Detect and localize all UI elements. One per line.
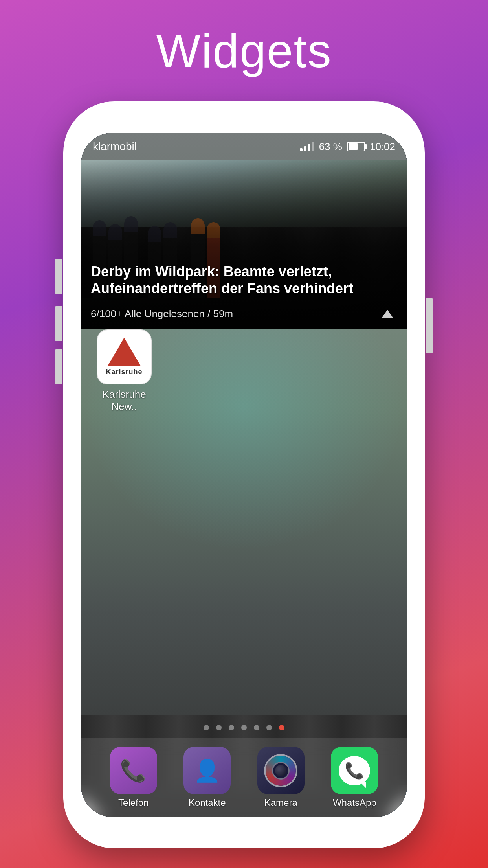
dock-item-telefon[interactable]: 📞 Telefon	[110, 747, 157, 808]
page-dot-2[interactable]	[216, 725, 222, 730]
karlsruhe-news-label: Karlsruhe New..	[93, 388, 156, 413]
dock-item-whatsapp[interactable]: 📞 WhatsApp	[331, 747, 378, 808]
dock: 📞 Telefon 👤 Kontakte	[81, 738, 407, 817]
page-dot-1[interactable]	[204, 725, 209, 730]
list-item[interactable]: Karlsruhe Karlsruhe New..	[93, 329, 156, 413]
dock-item-kamera[interactable]: Kamera	[257, 747, 305, 808]
news-headline: Derby im Wildpark: Beamte verletzt, Aufe…	[91, 263, 397, 297]
dock-item-kontakte[interactable]: 👤 Kontakte	[183, 747, 231, 808]
karlsruhe-triangle-icon	[108, 338, 141, 366]
contacts-app-icon[interactable]: 👤	[183, 747, 231, 794]
phone-icon: 📞	[120, 758, 147, 783]
news-image: Derby im Wildpark: Beamte verletzt, Aufe…	[81, 160, 407, 329]
camera-app-icon[interactable]	[257, 747, 305, 794]
page-background: Widgets klarmobil 63 %	[63, 0, 425, 848]
contacts-icon: 👤	[194, 758, 221, 783]
carrier-label: klarmobil	[93, 140, 137, 153]
news-expand-button[interactable]	[378, 304, 397, 324]
whatsapp-app-icon[interactable]: 📞	[331, 747, 378, 794]
battery-fill	[349, 143, 358, 150]
chevron-up-icon	[382, 310, 393, 318]
news-meta: 6/100+ Alle Ungelesenen / 59m	[91, 308, 233, 320]
page-title: Widgets	[63, 24, 425, 78]
news-footer: 6/100+ Alle Ungelesenen / 59m	[91, 304, 397, 324]
contacts-label: Kontakte	[189, 797, 226, 808]
phone-label: Telefon	[118, 797, 149, 808]
karlsruhe-news-icon[interactable]: Karlsruhe	[97, 329, 152, 384]
whatsapp-label: WhatsApp	[333, 797, 376, 808]
battery-icon	[347, 142, 365, 151]
app-grid: Karlsruhe Karlsruhe New..	[93, 329, 156, 413]
page-dot-5[interactable]	[254, 725, 259, 730]
page-dot-3[interactable]	[229, 725, 234, 730]
page-dot-6[interactable]	[266, 725, 272, 730]
battery-percent-label: 63 %	[319, 141, 342, 153]
whatsapp-icon: 📞	[339, 756, 370, 785]
page-dots	[81, 725, 407, 730]
status-right: 63 % 10:02	[300, 141, 395, 153]
time-label: 10:02	[370, 141, 395, 153]
phone-app-icon[interactable]: 📞	[110, 747, 157, 794]
camera-label: Kamera	[264, 797, 297, 808]
page-dot-4[interactable]	[241, 725, 247, 730]
page-dot-7[interactable]	[279, 725, 284, 730]
phone-shell: klarmobil 63 % 10:02	[63, 101, 425, 848]
camera-icon	[264, 754, 297, 787]
status-bar: klarmobil 63 % 10:02	[81, 133, 407, 160]
news-widget[interactable]: Derby im Wildpark: Beamte verletzt, Aufe…	[81, 160, 407, 329]
news-text-overlay: Derby im Wildpark: Beamte verletzt, Aufe…	[81, 255, 407, 329]
phone-screen: klarmobil 63 % 10:02	[81, 133, 407, 817]
signal-icon	[300, 142, 314, 151]
